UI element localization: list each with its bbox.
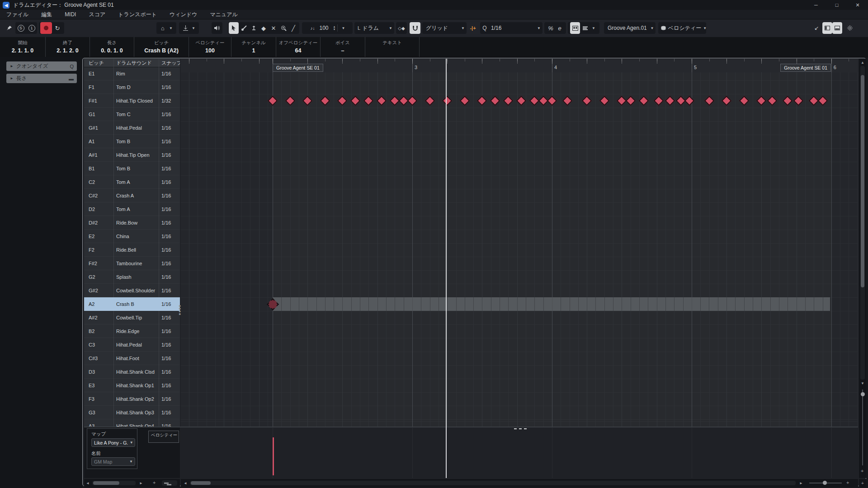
snap-grid-accent-icon[interactable]: -|+: [467, 22, 478, 34]
home-button[interactable]: ⌂: [158, 22, 167, 34]
info-field-0[interactable]: 開始2. 1. 1. 0: [0, 37, 46, 57]
drum-row-B1[interactable]: B1Tom B1/16: [84, 162, 180, 175]
map-select-arrow[interactable]: ▼: [128, 441, 135, 445]
vzoom-in-button[interactable]: +: [861, 468, 863, 474]
grid-vscroll-track[interactable]: [860, 66, 865, 380]
drum-row-A1[interactable]: A1Tom B1/16: [84, 135, 180, 148]
lane-type-label[interactable]: ベロシティー: [148, 431, 179, 443]
quantize-dropdown-arrow[interactable]: ▼: [535, 26, 542, 30]
info-field-4[interactable]: ベロシティー100: [189, 37, 231, 57]
grid-scroll-up-arrow[interactable]: ▲: [861, 61, 864, 65]
open-in-window-button[interactable]: ↙: [811, 22, 822, 34]
grid-scroll-track[interactable]: [190, 481, 796, 485]
info-field-3[interactable]: ピッチCrash B (A2): [134, 37, 189, 57]
info-field-5[interactable]: チャンネル1: [231, 37, 276, 57]
display-dropdown-arrow[interactable]: ▼: [590, 26, 597, 30]
info-field-6[interactable]: オフベロシティー64: [276, 37, 321, 57]
color-scheme-value[interactable]: ドラム: [360, 24, 381, 32]
zoom-tool[interactable]: [278, 22, 288, 34]
drum-row-D2[interactable]: D2Tom A1/16: [84, 202, 180, 216]
drum-row-A2[interactable]: A2Crash B1/16: [84, 297, 180, 311]
inspector-section-1[interactable]: ►長さ▬: [6, 74, 77, 83]
layout-left-zone-button[interactable]: [822, 22, 832, 34]
drum-row-D3[interactable]: D3Hihat.Shank Clsd1/16: [84, 365, 180, 379]
drum-row-A#1[interactable]: A#1Hihat.Tip Open1/16: [84, 148, 180, 162]
velocity-lane[interactable]: [181, 427, 858, 478]
minimize-button[interactable]: ─: [806, 0, 826, 10]
drum-row-G#1[interactable]: G#1Hihat.Pedal1/16: [84, 121, 180, 135]
insert-velocity-value[interactable]: 100: [315, 25, 333, 31]
hzoom-slider-handle[interactable]: [823, 481, 827, 485]
drum-row-D#2[interactable]: D#2Ride.Bow1/16: [84, 216, 180, 230]
lane-dropdown-arrow[interactable]: ▼: [703, 26, 707, 30]
trim-tool[interactable]: [249, 22, 259, 34]
info-field-2[interactable]: 長さ0. 0. 1. 0: [90, 37, 134, 57]
color-dropdown-arrow[interactable]: ▼: [387, 26, 394, 30]
map-select[interactable]: Like A Pony - G.▼: [91, 438, 135, 447]
controller-lane-value[interactable]: ベロシティー: [666, 24, 703, 32]
drum-row-C#3[interactable]: C#3Hihat.Foot1/16: [84, 352, 180, 365]
setup-gear-button[interactable]: [844, 22, 855, 34]
part-selector-value[interactable]: Groove Agen.01: [604, 25, 649, 31]
eraser-tool[interactable]: ◆: [259, 22, 269, 34]
autoscroll-button[interactable]: [181, 22, 190, 34]
timeline-ruler[interactable]: Groove Agent SE 01 Groove Agent SE 01 34…: [181, 59, 858, 73]
solo-button[interactable]: S: [15, 22, 26, 34]
menu-item-2[interactable]: MIDI: [65, 11, 76, 18]
list-scroll-right-arrow[interactable]: ►: [139, 481, 143, 485]
grid-dropdown-arrow[interactable]: ▼: [459, 26, 467, 30]
autoscroll-dropdown-arrow[interactable]: ▼: [190, 26, 197, 30]
drum-row-A3[interactable]: A3Hihat.Shank Op41/16: [84, 419, 180, 427]
nudge-button[interactable]: ◇◆: [396, 22, 407, 34]
quantize-panel-button[interactable]: e: [555, 22, 564, 34]
snap-button[interactable]: [410, 22, 420, 34]
pitch-display-button[interactable]: [570, 22, 580, 34]
note-grid[interactable]: [181, 72, 858, 427]
drum-row-C#2[interactable]: C#2Crash A1/16: [84, 189, 180, 202]
drum-row-F#1[interactable]: F#1Hihat.Tip Closed1/32: [84, 94, 180, 108]
playhead-cursor[interactable]: [446, 59, 447, 478]
midi-record-button[interactable]: [40, 22, 52, 34]
apply-quantize-button[interactable]: %: [546, 22, 555, 34]
menu-item-3[interactable]: スコア: [89, 11, 105, 19]
home-dropdown-arrow[interactable]: ▼: [167, 26, 175, 30]
vzoom-slider-handle[interactable]: [861, 392, 865, 396]
maximize-button[interactable]: □: [826, 0, 847, 10]
list-scroll-thumb[interactable]: [93, 481, 119, 485]
name-select-arrow[interactable]: ▼: [127, 460, 135, 464]
list-scroll-left-arrow[interactable]: ◄: [86, 481, 90, 485]
drum-row-G2[interactable]: G2Splash1/16: [84, 270, 180, 284]
pin-button[interactable]: [4, 22, 14, 34]
drum-row-F1[interactable]: F1Tom D1/16: [84, 80, 180, 94]
info-field-7[interactable]: ボイス–: [321, 37, 365, 57]
drum-row-B2[interactable]: B2Ride.Edge1/16: [84, 324, 180, 338]
drum-row-E3[interactable]: E3Hihat.Shank Op11/16: [84, 379, 180, 392]
drum-row-F2[interactable]: F2Ride.Bell1/16: [84, 243, 180, 257]
quantize-preset-value[interactable]: 1/16: [489, 25, 503, 31]
step-input-button[interactable]: 1: [26, 22, 37, 34]
loop-button[interactable]: ↻: [52, 22, 63, 34]
info-field-1[interactable]: 終了2. 1. 2. 0: [46, 37, 90, 57]
grid-vscroll-thumb[interactable]: [861, 75, 864, 287]
velocity-stepper[interactable]: ▲▼: [333, 25, 336, 31]
drum-row-G3[interactable]: G3Hihat.Shank Op31/16: [84, 406, 180, 419]
acoustic-feedback-button[interactable]: [212, 22, 222, 34]
drum-row-G1[interactable]: G1Tom C1/16: [84, 108, 180, 121]
drum-row-F3[interactable]: F3Hihat.Shank Op21/16: [84, 392, 180, 406]
grid-type-value[interactable]: グリッド: [422, 24, 450, 32]
list-preset-button[interactable]: [162, 480, 177, 486]
velocity-dropdown-arrow[interactable]: ▼: [340, 26, 347, 30]
part-dropdown-arrow[interactable]: ▼: [649, 26, 656, 30]
grid-scroll-down-arrow[interactable]: ▼: [861, 381, 864, 385]
menu-item-1[interactable]: 編集: [41, 11, 52, 19]
drum-row-G#2[interactable]: G#2Cowbell.Shoulder1/16: [84, 284, 180, 297]
name-select[interactable]: GM Map▼: [91, 457, 135, 466]
velocity-bar[interactable]: [273, 437, 274, 475]
select-tool[interactable]: [229, 22, 239, 34]
drum-row-F#2[interactable]: F#2Tambourine1/16: [84, 257, 180, 270]
list-zoom-in-button[interactable]: +: [153, 480, 156, 485]
grid-scroll-left-arrow[interactable]: ◄: [184, 481, 187, 485]
menu-item-0[interactable]: ファイル: [6, 11, 28, 19]
grid-scroll-right-arrow[interactable]: ►: [799, 481, 803, 485]
drum-row-E2[interactable]: E2China1/16: [84, 230, 180, 243]
